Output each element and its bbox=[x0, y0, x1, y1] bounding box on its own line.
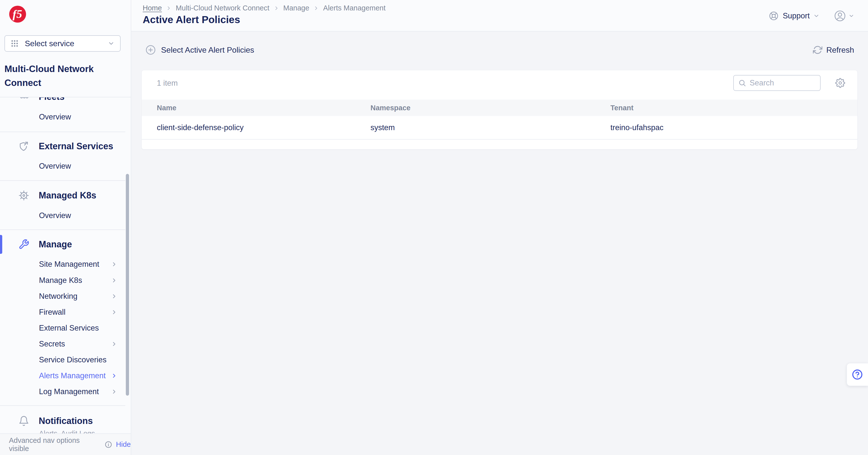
managed-k8s-icon bbox=[18, 190, 30, 201]
sidebar-section-label: Managed K8s bbox=[39, 190, 96, 201]
page-title: Active Alert Policies bbox=[143, 14, 240, 26]
sidebar-section-managed-k8s[interactable]: Managed K8s bbox=[0, 186, 131, 205]
chevron-right-icon bbox=[313, 5, 319, 11]
sidebar-section-manage[interactable]: Manage bbox=[0, 235, 131, 254]
alert-policies-table-card: 1 item Name Namespace Tenant client-side… bbox=[142, 70, 858, 149]
sidebar-section-external-services[interactable]: External Services bbox=[0, 137, 131, 156]
select-button-label: Select Active Alert Policies bbox=[161, 46, 254, 55]
chevron-right-icon bbox=[111, 389, 117, 395]
column-header-namespace: Namespace bbox=[370, 104, 611, 112]
account-menu-button[interactable] bbox=[834, 10, 854, 22]
sidebar-item-external-services-overview[interactable]: Overview bbox=[0, 158, 131, 174]
sidebar-section-label: Fleets bbox=[39, 97, 64, 102]
table-settings-gear-icon[interactable] bbox=[835, 78, 845, 88]
hide-advanced-nav-link[interactable]: Hide bbox=[116, 440, 131, 449]
sidebar-item-fleets-overview[interactable]: Overview bbox=[0, 109, 131, 125]
nav-divider bbox=[0, 405, 125, 406]
nav-divider bbox=[0, 229, 125, 230]
external-services-icon bbox=[18, 141, 30, 152]
fleets-icon bbox=[18, 97, 30, 102]
sidebar-item-managed-k8s-overview[interactable]: Overview bbox=[0, 208, 131, 224]
table-search bbox=[733, 75, 820, 91]
chevron-right-icon bbox=[111, 341, 117, 347]
sidebar-item-alerts-management[interactable]: Alerts Management bbox=[0, 368, 131, 384]
breadcrumb-manage[interactable]: Manage bbox=[283, 4, 309, 12]
plus-circle-icon bbox=[145, 45, 156, 55]
notifications-icon bbox=[18, 416, 30, 426]
topbar: Home Multi-Cloud Network Connect Manage … bbox=[131, 0, 868, 32]
sidebar-item-log-management[interactable]: Log Management bbox=[0, 384, 131, 400]
support-menu-button[interactable]: Support bbox=[769, 11, 819, 21]
sidebar-section-fleets[interactable]: Fleets bbox=[0, 97, 131, 106]
grid-icon bbox=[10, 39, 19, 48]
sidebar-item-site-management[interactable]: Site Management bbox=[0, 256, 131, 272]
select-active-alert-policies-button[interactable]: Select Active Alert Policies bbox=[145, 45, 254, 55]
sidebar-item-label: Networking bbox=[39, 292, 78, 301]
info-icon bbox=[105, 441, 112, 448]
breadcrumb: Home Multi-Cloud Network Connect Manage … bbox=[143, 4, 385, 12]
sidebar-service-title: Multi-Cloud Network Connect bbox=[4, 62, 109, 90]
column-header-name: Name bbox=[142, 104, 370, 112]
refresh-label: Refresh bbox=[826, 46, 854, 55]
sidebar-nav: Fleets Overview External Services Overvi… bbox=[0, 97, 131, 433]
sidebar-section-notifications[interactable]: Notifications bbox=[0, 411, 131, 430]
column-header-tenant: Tenant bbox=[611, 104, 857, 112]
sidebar-item-firewall[interactable]: Firewall bbox=[0, 304, 131, 320]
sidebar-item-label: Log Management bbox=[39, 387, 99, 396]
chevron-right-icon bbox=[166, 5, 172, 11]
sidebar-section-label: External Services bbox=[39, 141, 113, 151]
sidebar-item-manage-k8s[interactable]: Manage K8s bbox=[0, 273, 131, 288]
sidebar-item-service-discoveries[interactable]: Service Discoveries bbox=[0, 352, 131, 368]
topbar-actions: Support bbox=[769, 0, 854, 32]
cell-namespace: system bbox=[370, 123, 611, 132]
sidebar-item-label: Secrets bbox=[39, 340, 65, 348]
chevron-down-icon bbox=[108, 40, 115, 47]
breadcrumb-home[interactable]: Home bbox=[143, 4, 162, 12]
chevron-right-icon bbox=[111, 261, 117, 267]
sidebar-footer: Advanced nav options visible Hide bbox=[0, 433, 131, 455]
f5-logo-icon: f5 bbox=[9, 5, 26, 23]
chevron-right-icon bbox=[274, 5, 279, 11]
chevron-down-icon bbox=[813, 13, 819, 19]
search-input[interactable] bbox=[750, 79, 816, 87]
item-count: 1 item bbox=[157, 79, 178, 88]
sidebar-item-label: Manage K8s bbox=[39, 276, 82, 285]
chevron-right-icon bbox=[111, 373, 117, 379]
advanced-nav-status: Advanced nav options visible bbox=[9, 436, 101, 453]
sidebar-item-label: Site Management bbox=[39, 260, 99, 269]
user-avatar-icon bbox=[834, 10, 846, 22]
sidebar-item-networking[interactable]: Networking bbox=[0, 288, 131, 304]
page-toolbar: Select Active Alert Policies Refresh bbox=[145, 41, 854, 59]
sidebar-section-label: Notifications bbox=[39, 416, 93, 426]
chevron-down-icon bbox=[848, 13, 854, 19]
refresh-icon bbox=[813, 45, 822, 55]
active-section-indicator bbox=[0, 235, 2, 254]
help-button[interactable] bbox=[847, 363, 868, 386]
sidebar-scrollbar-thumb[interactable] bbox=[126, 174, 129, 396]
nav-divider bbox=[0, 132, 125, 132]
sidebar-item-external-services[interactable]: External Services bbox=[0, 320, 131, 336]
support-lifebuoy-icon bbox=[769, 11, 779, 21]
refresh-button[interactable]: Refresh bbox=[813, 45, 854, 55]
support-label: Support bbox=[783, 11, 810, 20]
cell-name[interactable]: client-side-defense-policy bbox=[142, 123, 370, 132]
sidebar-section-label: Manage bbox=[39, 239, 72, 250]
sidebar: f5 Select service Multi-Cloud Network Co… bbox=[0, 0, 131, 455]
breadcrumb-service[interactable]: Multi-Cloud Network Connect bbox=[176, 4, 269, 12]
cell-tenant: treino-ufahspac bbox=[611, 123, 857, 132]
sidebar-item-label: Firewall bbox=[39, 308, 65, 317]
chevron-right-icon bbox=[111, 277, 117, 284]
sidebar-item-label: Overview bbox=[39, 113, 71, 121]
sidebar-item-label: Overview bbox=[39, 162, 71, 171]
svg-text:f5: f5 bbox=[13, 8, 22, 20]
sidebar-item-label: Overview bbox=[39, 211, 71, 220]
sidebar-item-label: Alerts Management bbox=[39, 371, 106, 380]
nav-divider bbox=[0, 180, 125, 181]
select-service-dropdown[interactable]: Select service bbox=[4, 35, 121, 52]
sidebar-item-secrets[interactable]: Secrets bbox=[0, 336, 131, 352]
table-row[interactable]: client-side-defense-policy system treino… bbox=[142, 116, 857, 140]
chevron-right-icon bbox=[111, 309, 117, 315]
table-header-row: Name Namespace Tenant bbox=[142, 99, 857, 116]
sidebar-item-label: External Services bbox=[39, 323, 99, 333]
search-icon bbox=[738, 79, 746, 87]
